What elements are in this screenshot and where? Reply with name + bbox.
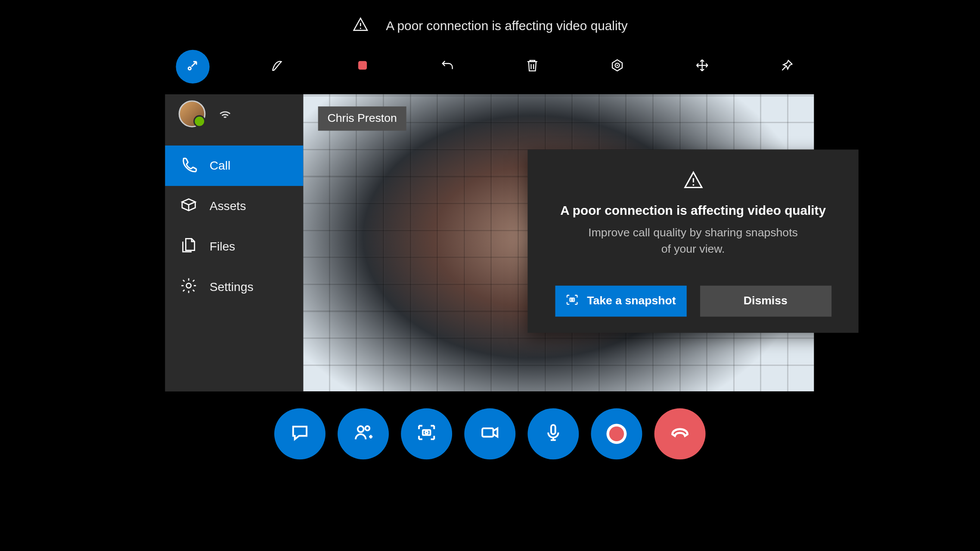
dialog-body: Improve call quality by sharing snapshot… [588, 225, 798, 257]
detect-icon [610, 58, 624, 76]
sidebar-item-label: Call [210, 159, 231, 173]
warning-icon [352, 16, 369, 36]
collapse-button[interactable] [176, 50, 209, 84]
move-icon [695, 58, 710, 76]
gear-icon [180, 276, 198, 297]
sidebar-item-assets[interactable]: Assets [165, 186, 303, 226]
sidebar-item-files[interactable]: Files [165, 226, 303, 267]
snapshot-icon [416, 422, 437, 445]
pin-button[interactable] [770, 50, 804, 84]
dialog-body-line: Improve call quality by sharing snapshot… [588, 226, 798, 239]
svg-rect-18 [482, 428, 493, 437]
collapse-icon [185, 58, 200, 76]
video-toggle-icon [480, 422, 500, 445]
dialog-title: A poor connection is affecting video qua… [560, 204, 826, 218]
participant-name: Chris Preston [328, 112, 397, 125]
sidebar-item-call[interactable]: Call [165, 145, 303, 186]
svg-point-8 [617, 65, 618, 66]
snapshot-icon [565, 293, 579, 310]
svg-point-13 [571, 299, 573, 300]
avatar[interactable] [179, 100, 206, 127]
connection-warning-dialog: A poor connection is affecting video qua… [527, 149, 858, 333]
ink-button[interactable] [261, 50, 295, 84]
record-icon [609, 427, 624, 441]
pin-icon [780, 58, 794, 76]
phone-icon [180, 155, 198, 176]
call-controls [0, 408, 980, 459]
sidebar-header [165, 94, 303, 133]
ink-icon [270, 58, 285, 76]
svg-point-11 [692, 184, 694, 186]
move-button[interactable] [685, 50, 719, 84]
warning-icon [683, 170, 703, 203]
sidebar: Call Assets Files [165, 94, 303, 391]
button-label: Dismiss [744, 294, 788, 308]
status-banner: A poor connection is affecting video qua… [0, 16, 980, 36]
svg-rect-19 [551, 425, 555, 434]
dialog-body-line: of your view. [661, 242, 725, 255]
svg-point-9 [186, 283, 191, 288]
snapshot-button[interactable] [401, 408, 452, 459]
svg-point-2 [188, 67, 191, 70]
status-banner-text: A poor connection is affecting video qua… [386, 19, 627, 33]
wifi-icon [217, 105, 232, 123]
delete-button[interactable] [515, 50, 549, 84]
svg-point-14 [358, 426, 364, 432]
sidebar-nav: Call Assets Files [165, 145, 303, 317]
dismiss-button[interactable]: Dismiss [700, 286, 831, 317]
chat-icon [290, 422, 310, 445]
participant-name-tag: Chris Preston [318, 106, 406, 130]
stop-record-button[interactable] [346, 50, 379, 84]
sidebar-item-label: Assets [210, 199, 246, 213]
chat-button[interactable] [274, 408, 326, 459]
add-participant-button[interactable] [338, 408, 389, 459]
svg-rect-3 [358, 61, 367, 70]
svg-point-17 [425, 431, 428, 434]
assets-icon [180, 196, 198, 217]
sidebar-item-label: Settings [210, 280, 254, 294]
svg-point-15 [365, 426, 369, 430]
mic-toggle-button[interactable] [527, 408, 579, 459]
files-icon [180, 236, 198, 257]
button-label: Take a snapshot [587, 294, 676, 308]
take-snapshot-button[interactable]: Take a snapshot [555, 286, 686, 317]
video-toggle-button[interactable] [464, 408, 515, 459]
undo-button[interactable] [431, 50, 464, 84]
undo-icon [440, 58, 455, 76]
hangup-icon [670, 422, 690, 445]
stop-record-icon [355, 58, 370, 76]
delete-icon [525, 58, 540, 76]
annotation-toolbar [0, 50, 980, 84]
sidebar-item-label: Files [210, 239, 235, 254]
hangup-button[interactable] [654, 408, 706, 459]
dialog-button-row: Take a snapshot Dismiss [545, 286, 841, 317]
record-button[interactable] [591, 408, 642, 459]
detect-button[interactable] [600, 50, 634, 84]
add-participant-icon [353, 422, 373, 445]
sidebar-item-settings[interactable]: Settings [165, 267, 303, 307]
mic-toggle-icon [543, 422, 563, 445]
svg-point-1 [360, 28, 361, 29]
